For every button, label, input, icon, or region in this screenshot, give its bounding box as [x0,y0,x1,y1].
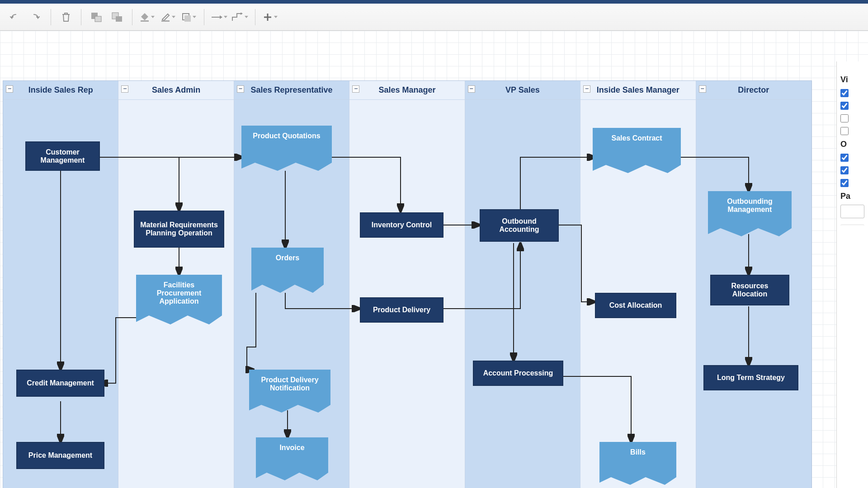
panel-checkbox[interactable] [840,154,864,162]
swimlane-pool[interactable]: −Inside Sales Rep −Sales Admin −Sales Re… [3,80,812,488]
panel-section-options: O [840,140,864,149]
collapse-icon[interactable]: − [699,85,706,93]
panel-checkbox[interactable] [840,166,864,174]
collapse-icon[interactable]: − [583,85,590,93]
node-inventory-control[interactable]: Inventory Control [360,212,443,238]
collapse-icon[interactable]: − [468,85,475,93]
collapse-icon[interactable]: − [237,85,244,93]
lane-title: VP Sales [505,85,540,95]
workspace: −Inside Sales Rep −Sales Admin −Sales Re… [0,31,868,488]
panel-section-page: Pa [840,192,864,201]
delete-button[interactable] [56,7,76,27]
lane-title: Inside Sales Rep [28,85,93,95]
svg-rect-4 [141,20,149,22]
node-cost-allocation[interactable]: Cost Allocation [595,293,676,318]
title-bar [0,0,868,4]
toolbar [0,4,868,31]
panel-checkbox[interactable] [840,179,864,187]
collapse-icon[interactable]: − [352,85,359,93]
node-mrp[interactable]: Material Requirements Planning Operation [134,211,224,248]
add-button[interactable] [260,7,281,27]
shadow-button[interactable] [179,7,199,27]
send-back-button[interactable] [86,7,107,27]
right-panel: Vi O Pa [836,61,868,488]
panel-checkbox[interactable] [840,89,864,97]
node-resources-allocation[interactable]: Resources Allocation [710,275,789,305]
bring-front-button[interactable] [107,7,127,27]
separator [255,9,255,25]
lane-sales-manager[interactable]: −Sales Manager [349,81,465,488]
panel-section-view: Vi [840,75,864,84]
svg-rect-5 [161,20,170,22]
separator [132,9,132,25]
separator [81,9,81,25]
svg-rect-3 [116,16,122,22]
node-outbound-accounting[interactable]: Outbound Accounting [480,209,559,242]
panel-checkbox[interactable] [840,127,864,135]
separator [51,9,51,25]
lane-vp-sales[interactable]: −VP Sales [465,81,580,488]
fill-color-button[interactable] [137,7,158,27]
lane-title: Director [738,85,769,95]
panel-checkbox[interactable] [840,102,864,110]
separator [204,9,204,25]
lane-title: Sales Representative [251,85,333,95]
collapse-icon[interactable]: − [6,85,13,93]
waypoint-button[interactable] [230,7,250,27]
svg-rect-7 [184,15,191,22]
lane-title: Sales Admin [152,85,200,95]
lane-title: Sales Manager [378,85,435,95]
redo-button[interactable] [25,7,46,27]
undo-button[interactable] [5,7,25,27]
panel-checkbox[interactable] [840,114,864,122]
node-account-processing[interactable]: Account Processing [473,361,563,386]
lane-title: Inside Sales Manager [597,85,679,95]
node-price-management[interactable]: Price Management [16,442,104,469]
connection-type-button[interactable] [209,7,230,27]
node-long-term-strategy[interactable]: Long Term Strategy [703,365,798,390]
collapse-icon[interactable]: − [121,85,128,93]
panel-input[interactable] [840,205,864,218]
node-product-delivery[interactable]: Product Delivery [360,297,443,323]
line-color-button[interactable] [158,7,179,27]
node-customer-management[interactable]: Customer Management [25,141,100,171]
svg-rect-1 [95,16,101,22]
panel-input[interactable] [840,225,864,234]
node-credit-management[interactable]: Credit Management [16,370,104,397]
